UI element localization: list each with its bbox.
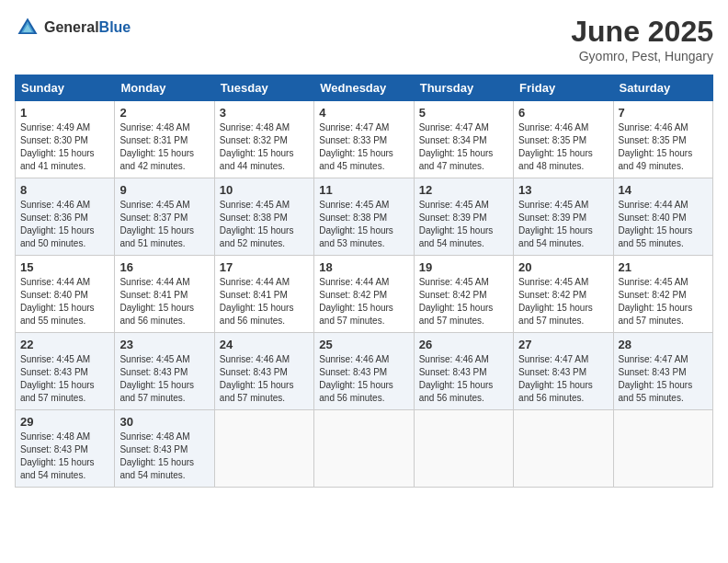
sunset-text: Sunset: 8:38 PM [220, 213, 288, 223]
sunset-text: Sunset: 8:32 PM [220, 135, 288, 145]
day-info: Sunrise: 4:46 AM Sunset: 8:35 PM Dayligh… [518, 121, 608, 173]
calendar-cell: 8 Sunrise: 4:46 AM Sunset: 8:36 PM Dayli… [16, 178, 115, 256]
calendar-cell: 13 Sunrise: 4:45 AM Sunset: 8:39 PM Dayl… [514, 178, 613, 256]
day-info: Sunrise: 4:45 AM Sunset: 8:42 PM Dayligh… [518, 276, 608, 327]
sunset-text: Sunset: 8:40 PM [20, 290, 88, 300]
sunset-text: Sunset: 8:42 PM [419, 290, 487, 300]
day-number: 16 [119, 260, 209, 274]
title-area: June 2025 Gyomro, Pest, Hungary [571, 15, 713, 63]
sunrise-text: Sunrise: 4:47 AM [419, 122, 489, 132]
calendar-cell: 18 Sunrise: 4:44 AM Sunset: 8:42 PM Dayl… [314, 256, 414, 333]
daylight-text: Daylight: 15 hours and 57 minutes. [20, 380, 95, 403]
daylight-text: Daylight: 15 hours and 57 minutes. [419, 303, 494, 326]
calendar-cell: 2 Sunrise: 4:48 AM Sunset: 8:31 PM Dayli… [115, 101, 214, 178]
header-row: Sunday Monday Tuesday Wednesday Thursday… [16, 75, 713, 101]
day-number: 3 [220, 106, 309, 120]
daylight-text: Daylight: 15 hours and 54 minutes. [518, 225, 593, 248]
day-info: Sunrise: 4:47 AM Sunset: 8:33 PM Dayligh… [319, 121, 408, 173]
sunset-text: Sunset: 8:42 PM [518, 290, 586, 300]
subtitle: Gyomro, Pest, Hungary [571, 49, 713, 63]
calendar-cell: 7 Sunrise: 4:46 AM Sunset: 8:35 PM Dayli… [613, 101, 712, 178]
daylight-text: Daylight: 15 hours and 51 minutes. [119, 225, 194, 248]
col-wednesday: Wednesday [314, 75, 414, 101]
daylight-text: Daylight: 15 hours and 53 minutes. [319, 225, 393, 248]
calendar-cell: 17 Sunrise: 4:44 AM Sunset: 8:41 PM Dayl… [214, 256, 313, 333]
calendar-cell: 26 Sunrise: 4:46 AM Sunset: 8:43 PM Dayl… [414, 333, 513, 410]
sunrise-text: Sunrise: 4:46 AM [419, 354, 489, 364]
calendar-week-4: 22 Sunrise: 4:45 AM Sunset: 8:43 PM Dayl… [16, 333, 713, 410]
sunset-text: Sunset: 8:33 PM [319, 135, 387, 145]
day-info: Sunrise: 4:46 AM Sunset: 8:43 PM Dayligh… [220, 353, 309, 405]
sunset-text: Sunset: 8:42 PM [319, 290, 387, 300]
day-number: 21 [619, 260, 708, 274]
col-tuesday: Tuesday [214, 75, 313, 101]
sunset-text: Sunset: 8:37 PM [119, 213, 188, 223]
sunset-text: Sunset: 8:35 PM [619, 135, 687, 145]
sunset-text: Sunset: 8:41 PM [119, 290, 188, 300]
day-info: Sunrise: 4:46 AM Sunset: 8:36 PM Dayligh… [20, 199, 109, 250]
calendar-cell: 24 Sunrise: 4:46 AM Sunset: 8:43 PM Dayl… [214, 333, 313, 410]
daylight-text: Daylight: 15 hours and 45 minutes. [319, 148, 393, 171]
day-info: Sunrise: 4:45 AM Sunset: 8:38 PM Dayligh… [319, 199, 408, 250]
day-number: 9 [119, 183, 209, 197]
day-number: 22 [20, 338, 109, 351]
sunrise-text: Sunrise: 4:45 AM [220, 200, 290, 210]
calendar-week-5: 29 Sunrise: 4:48 AM Sunset: 8:43 PM Dayl… [16, 410, 713, 488]
day-number: 17 [220, 260, 309, 274]
logo: GeneralBlue [15, 15, 131, 40]
calendar-cell: 20 Sunrise: 4:45 AM Sunset: 8:42 PM Dayl… [514, 256, 613, 333]
sunrise-text: Sunrise: 4:46 AM [518, 122, 588, 132]
day-number: 28 [619, 338, 708, 351]
calendar-cell [214, 410, 313, 488]
day-number: 2 [119, 106, 209, 120]
calendar-cell: 15 Sunrise: 4:44 AM Sunset: 8:40 PM Dayl… [16, 256, 115, 333]
sunset-text: Sunset: 8:43 PM [20, 444, 88, 454]
day-number: 14 [619, 183, 708, 197]
day-info: Sunrise: 4:47 AM Sunset: 8:43 PM Dayligh… [619, 353, 708, 405]
day-info: Sunrise: 4:45 AM Sunset: 8:39 PM Dayligh… [518, 199, 608, 250]
logo-icon [15, 15, 40, 40]
sunrise-text: Sunrise: 4:46 AM [619, 122, 688, 132]
daylight-text: Daylight: 15 hours and 57 minutes. [518, 303, 593, 326]
day-number: 5 [419, 106, 508, 120]
day-number: 27 [518, 338, 608, 351]
sunrise-text: Sunrise: 4:44 AM [319, 277, 389, 287]
calendar-cell [613, 410, 712, 488]
day-number: 30 [119, 415, 209, 429]
day-info: Sunrise: 4:46 AM Sunset: 8:35 PM Dayligh… [619, 121, 708, 173]
logo-blue: Blue [99, 19, 131, 35]
day-info: Sunrise: 4:45 AM Sunset: 8:39 PM Dayligh… [419, 199, 508, 250]
calendar-cell [414, 410, 513, 488]
day-number: 26 [419, 338, 508, 351]
sunrise-text: Sunrise: 4:45 AM [119, 354, 189, 364]
calendar-cell: 22 Sunrise: 4:45 AM Sunset: 8:43 PM Dayl… [16, 333, 115, 410]
sunset-text: Sunset: 8:30 PM [20, 135, 88, 145]
calendar-cell: 11 Sunrise: 4:45 AM Sunset: 8:38 PM Dayl… [314, 178, 414, 256]
calendar-cell: 14 Sunrise: 4:44 AM Sunset: 8:40 PM Dayl… [613, 178, 712, 256]
col-monday: Monday [115, 75, 214, 101]
sunrise-text: Sunrise: 4:44 AM [220, 277, 290, 287]
sunset-text: Sunset: 8:43 PM [20, 367, 88, 377]
daylight-text: Daylight: 15 hours and 47 minutes. [419, 148, 494, 171]
col-sunday: Sunday [16, 75, 115, 101]
calendar-cell: 19 Sunrise: 4:45 AM Sunset: 8:42 PM Dayl… [414, 256, 513, 333]
sunset-text: Sunset: 8:43 PM [119, 444, 188, 454]
col-thursday: Thursday [414, 75, 513, 101]
sunrise-text: Sunrise: 4:48 AM [119, 431, 189, 442]
sunset-text: Sunset: 8:36 PM [20, 213, 88, 223]
day-number: 10 [220, 183, 309, 197]
calendar-cell: 28 Sunrise: 4:47 AM Sunset: 8:43 PM Dayl… [613, 333, 712, 410]
day-info: Sunrise: 4:44 AM Sunset: 8:41 PM Dayligh… [119, 276, 209, 327]
sunrise-text: Sunrise: 4:48 AM [119, 122, 189, 132]
daylight-text: Daylight: 15 hours and 41 minutes. [20, 148, 95, 171]
sunrise-text: Sunrise: 4:47 AM [518, 354, 588, 364]
sunset-text: Sunset: 8:43 PM [518, 367, 586, 377]
sunset-text: Sunset: 8:43 PM [419, 367, 487, 377]
sunrise-text: Sunrise: 4:44 AM [119, 277, 189, 287]
daylight-text: Daylight: 15 hours and 54 minutes. [119, 457, 194, 480]
calendar-cell: 1 Sunrise: 4:49 AM Sunset: 8:30 PM Dayli… [16, 101, 115, 178]
daylight-text: Daylight: 15 hours and 55 minutes. [619, 225, 693, 248]
sunrise-text: Sunrise: 4:48 AM [220, 122, 290, 132]
day-info: Sunrise: 4:48 AM Sunset: 8:43 PM Dayligh… [20, 431, 109, 482]
sunrise-text: Sunrise: 4:45 AM [419, 277, 489, 287]
